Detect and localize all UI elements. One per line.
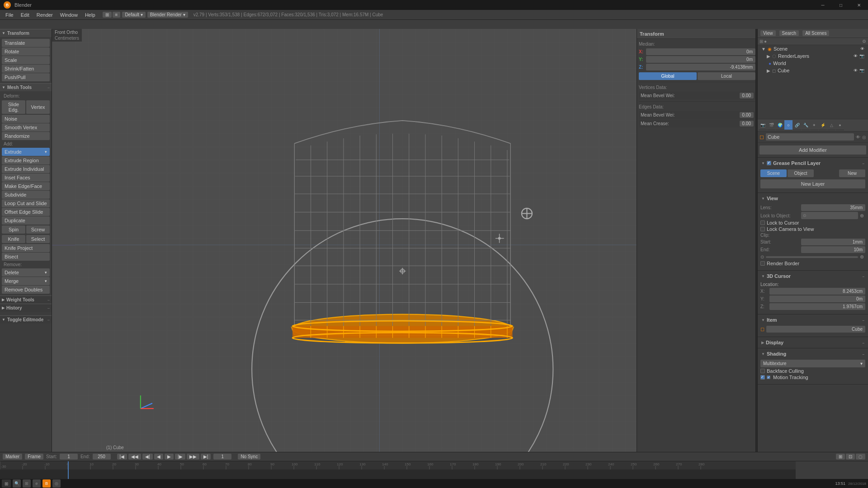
rotate-btn[interactable]: Rotate <box>2 47 50 56</box>
menu-window[interactable]: Window <box>57 11 81 19</box>
extrude-individual-btn[interactable]: Extrude Individual <box>2 165 50 173</box>
outliner-item-cube[interactable]: ▶ ◻ Cube 👁 📷 <box>758 67 868 74</box>
start-btn[interactable]: ⊞ <box>2 479 11 488</box>
outliner-view-btn[interactable]: View <box>760 30 776 36</box>
push-pull-btn[interactable]: Push/Pull <box>2 73 50 81</box>
grease-pencil-header[interactable]: ▼ Grease Pencil Layer – <box>760 160 866 167</box>
timeline-ruler-area[interactable]: -30 -20 -10 0 10 20 30 40 50 60 <box>0 461 868 479</box>
new-btn[interactable]: New <box>839 169 865 177</box>
delete-btn[interactable]: Delete▾ <box>2 268 50 277</box>
frame-btn[interactable]: Frame <box>25 454 43 460</box>
extrude-btn[interactable]: Extrude▾ <box>2 148 50 156</box>
props-tab-material[interactable]: ● <box>836 120 844 130</box>
knife-project-btn[interactable]: Knife Project <box>2 244 50 252</box>
close-button[interactable]: ✕ <box>850 0 868 10</box>
edges-mean-bevel-value[interactable]: 0.00 <box>740 112 754 118</box>
item-name-value[interactable]: Cube <box>766 326 865 333</box>
cursor-z-value[interactable]: 1.9767cm <box>769 303 865 310</box>
start-frame-input[interactable] <box>60 454 78 460</box>
local-cam-field[interactable] <box>766 256 858 258</box>
jump-end-btn[interactable]: ▶| <box>201 454 211 460</box>
lens-value[interactable]: 35mm <box>801 204 865 211</box>
object-name-input[interactable] <box>766 133 854 141</box>
shrink-fatten-btn[interactable]: Shrink/Fatten <box>2 65 50 73</box>
props-tab-physics[interactable]: ⚡ <box>819 120 827 130</box>
noise-btn[interactable]: Noise <box>2 115 50 123</box>
jump-start-btn[interactable]: |◀ <box>117 454 127 460</box>
grease-pencil-checkbox[interactable] <box>767 161 771 165</box>
props-tab-constraints[interactable]: 🔗 <box>793 120 801 130</box>
lock-camera-checkbox[interactable] <box>760 227 765 231</box>
play-btn[interactable]: ▶ <box>165 454 174 460</box>
history-header[interactable]: ▶ History – <box>0 304 52 312</box>
cursor-x-value[interactable]: 8.2453cm <box>769 288 865 295</box>
props-tab-world[interactable]: 🌍 <box>776 120 784 130</box>
cursor-3d-header[interactable]: ▼ 3D Cursor – <box>760 272 866 280</box>
menu-help[interactable]: Help <box>81 11 99 19</box>
local-btn[interactable]: Local <box>698 72 755 80</box>
menu-file[interactable]: File <box>2 11 17 19</box>
tl-icon-btn3[interactable]: ◌ <box>856 454 865 460</box>
props-tab-particles[interactable]: ✦ <box>810 120 818 130</box>
engine-select[interactable]: Blender Render ▾ <box>147 12 188 18</box>
item-header[interactable]: ▼ Item – <box>760 316 866 324</box>
new-layer-btn[interactable]: New Layer <box>760 179 865 188</box>
taskbar-chrome[interactable]: ◎ <box>52 479 61 488</box>
end-frame-input[interactable] <box>93 454 111 460</box>
bisect-btn[interactable]: Bisect <box>2 253 50 261</box>
layout-icon-btn[interactable]: ⊞ <box>103 12 112 18</box>
next-keyframe-btn[interactable]: |▶ <box>175 454 185 460</box>
outliner-item-world[interactable]: ● World <box>758 60 868 67</box>
remove-doubles-btn[interactable]: Remove Doubles <box>2 286 50 294</box>
taskbar-edge[interactable]: e <box>33 479 41 488</box>
prev-keyframe-btn[interactable]: ◀| <box>142 454 153 460</box>
play-reverse-btn[interactable]: ◀ <box>154 454 163 460</box>
view-header[interactable]: ▼ View <box>760 195 866 202</box>
subdivide-btn[interactable]: Subdivide <box>2 191 50 199</box>
no-sync-btn[interactable]: No Sync <box>238 454 260 460</box>
mean-crease-value[interactable]: 0.00 <box>740 121 754 127</box>
taskbar-taskview[interactable]: ⊞ <box>23 479 31 488</box>
spin-btn[interactable]: Spin <box>2 225 25 234</box>
mesh-tools-header[interactable]: ▼ Mesh Tools – <box>0 83 52 91</box>
lock-cursor-checkbox[interactable] <box>760 221 765 225</box>
toggle-editmode-header[interactable]: ▼ Toggle Editmode – <box>0 315 52 324</box>
cursor-y-value[interactable]: 0m <box>769 296 865 302</box>
props-tab-render[interactable]: 📷 <box>759 120 767 130</box>
select-btn[interactable]: Select <box>26 235 50 243</box>
lock-object-picker[interactable]: ⊕ <box>858 213 865 219</box>
outliner-all-scenes-btn[interactable]: All Scenes <box>802 30 829 36</box>
grease-pencil-collapse[interactable]: – <box>863 161 864 165</box>
duplicate-btn[interactable]: Duplicate <box>2 216 50 225</box>
marker-btn[interactable]: Marker <box>3 454 22 460</box>
weight-tools-header[interactable]: ▶ Weight Tools – <box>0 296 52 304</box>
maximize-button[interactable]: □ <box>832 0 850 10</box>
next-frame-btn[interactable]: ▶▶ <box>187 454 199 460</box>
inset-faces-btn[interactable]: Inset Faces <box>2 174 50 182</box>
knife-btn[interactable]: Knife <box>2 235 25 243</box>
outliner-search-btn[interactable]: Search <box>779 30 799 36</box>
mean-bevel-value[interactable]: 0.00 <box>740 93 754 99</box>
timeline-track[interactable] <box>0 469 868 479</box>
outliner-item-scene[interactable]: ▼ ◉ Scene 👁 <box>758 45 868 52</box>
extrude-region-btn[interactable]: Extrude Region <box>2 156 50 164</box>
props-tab-scene[interactable]: 🎬 <box>767 120 775 130</box>
loop-cut-btn[interactable]: Loop Cut and Slide <box>2 199 50 207</box>
shading-mode-dropdown[interactable]: Multitexture ▾ <box>760 360 865 367</box>
taskbar-search[interactable]: 🔍 <box>13 479 21 488</box>
end-value[interactable]: 10m <box>801 246 865 253</box>
display-header[interactable]: ▶ Display – <box>760 339 866 346</box>
tl-icon-btn1[interactable]: ⊞ <box>836 454 845 460</box>
vertex-btn[interactable]: Vertex <box>26 100 50 114</box>
motion-tracking-checkbox[interactable] <box>760 375 765 380</box>
global-btn[interactable]: Global <box>639 72 697 80</box>
make-edge-face-btn[interactable]: Make Edge/Face <box>2 182 50 190</box>
transform-section-header[interactable]: ▼ Transform <box>0 29 52 37</box>
randomize-btn[interactable]: Randomize <box>2 132 50 140</box>
shading-header[interactable]: ▼ Shading – <box>760 350 866 357</box>
median-x-value[interactable]: 0m <box>646 48 755 55</box>
props-tab-data[interactable]: △ <box>827 120 835 130</box>
props-tab-modifier[interactable]: 🔧 <box>802 120 810 130</box>
scene-select[interactable]: Default ▾ <box>122 12 145 18</box>
median-z-value[interactable]: -9.4138mm <box>646 64 755 70</box>
